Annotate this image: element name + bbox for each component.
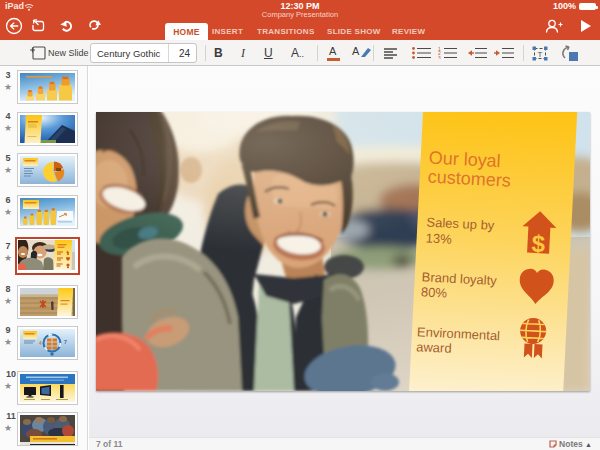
svg-text:7: 7 [5,241,10,251]
svg-text:6: 6 [5,195,10,205]
svg-text:11: 11 [6,411,16,421]
svg-text:★: ★ [4,253,12,263]
svg-text:80%: 80% [421,284,448,300]
svg-text:4: 4 [5,111,10,121]
svg-text:★: ★ [4,296,12,306]
svg-text:7: 7 [64,339,67,345]
svg-text:4: 4 [39,340,42,346]
svg-text:10: 10 [6,369,16,379]
svg-text:customers: customers [427,167,511,191]
svg-text:★: ★ [4,337,12,347]
svg-text:13%: 13% [425,230,452,246]
svg-text:9: 9 [5,325,10,335]
svg-text:★: ★ [4,82,12,92]
svg-text:★: ★ [4,165,12,175]
svg-text:★: ★ [4,123,12,133]
svg-text:★: ★ [4,207,12,217]
svg-text:★: ★ [4,423,12,433]
svg-text:T: T [538,50,543,59]
svg-text:award: award [416,339,452,356]
svg-text:5: 5 [5,153,10,163]
svg-text:3: 3 [438,55,441,60]
svg-text:$: $ [531,230,546,258]
svg-text:8: 8 [5,284,10,294]
svg-text:★: ★ [4,381,12,391]
svg-text:3: 3 [5,70,10,80]
